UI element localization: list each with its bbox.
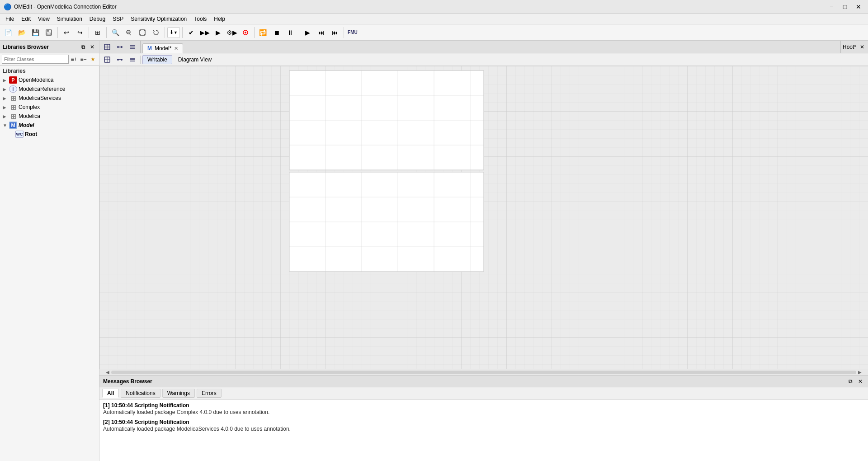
filter-options-button[interactable]: ★ <box>89 55 97 64</box>
menu-simulation[interactable]: Simulation <box>53 15 86 23</box>
instant-sim-button[interactable]: 🔁 <box>257 26 269 39</box>
model-tab[interactable]: M Model* ✕ <box>142 43 183 53</box>
connection-view-toggle[interactable] <box>114 42 126 52</box>
menu-ssp[interactable]: SSP <box>109 15 127 23</box>
toolbar-separator-3 <box>106 27 107 38</box>
tree-item-modelicaservices[interactable]: ▶ ⊞ ModelicaServices <box>0 94 99 103</box>
openmodelica-icon: P <box>9 76 17 84</box>
libraries-browser-title: Libraries Browser <box>3 44 49 50</box>
export-dropdown[interactable]: ⬇▼ <box>167 27 180 38</box>
step-button[interactable]: ⏭ <box>315 26 328 39</box>
list-view-toggle[interactable] <box>127 42 138 52</box>
tree-item-modelicareference[interactable]: ▶ i ModelicaReference <box>0 85 99 94</box>
diagram-view-toggle[interactable] <box>101 42 113 52</box>
libraries-close-button[interactable]: ✕ <box>88 43 96 51</box>
undo-button[interactable]: ↩ <box>60 26 73 39</box>
play-button[interactable]: ▶ <box>302 26 314 39</box>
svg-point-13 <box>121 46 123 48</box>
complex-icon: ⊞ <box>9 103 17 111</box>
simulate-button[interactable]: ▶ <box>212 26 225 39</box>
msg-tab-all[interactable]: All <box>102 389 119 398</box>
redo-button[interactable]: ↪ <box>74 26 86 39</box>
menu-bar: File Edit View Simulation Debug SSP Sens… <box>0 14 868 24</box>
menu-file[interactable]: File <box>2 15 18 23</box>
svg-point-21 <box>117 59 119 61</box>
msg-tab-notifications[interactable]: Notifications <box>121 389 160 398</box>
reset-zoom-button[interactable] <box>150 26 162 39</box>
window-title: OMEdit - OpenModelica Connection Editor <box>14 4 826 10</box>
check-button[interactable]: ✔ <box>185 26 198 39</box>
pause-button[interactable]: ⏸ <box>284 26 297 39</box>
scroll-right-arrow[interactable]: ▶ <box>858 370 862 375</box>
message-2-body: Automatically loaded package ModelicaSer… <box>103 426 864 432</box>
root-tab-label: Root* <box>843 44 856 50</box>
openmodelica-arrow: ▶ <box>3 78 9 83</box>
collapse-all-button[interactable]: ≡− <box>79 55 88 64</box>
model-tab-close[interactable]: ✕ <box>174 46 178 52</box>
libraries-browser-header: Libraries Browser ⧉ ✕ <box>0 41 99 53</box>
model-tab-icon: M <box>147 45 152 52</box>
diagram-canvas[interactable] <box>99 66 868 369</box>
expand-all-button[interactable]: ≡+ <box>70 55 78 64</box>
message-1-title: [1] 10:50:44 Scripting Notification <box>103 402 864 409</box>
scroll-track[interactable] <box>111 371 856 374</box>
open-file-button[interactable]: 📂 <box>15 26 28 39</box>
step-back-button[interactable]: ⏮ <box>329 26 341 39</box>
msg-tab-errors[interactable]: Errors <box>197 389 222 398</box>
messages-dock-button[interactable]: ⧉ <box>846 377 854 386</box>
check-all-button[interactable]: ▶▶ <box>198 26 211 39</box>
diagram-tool-1[interactable] <box>101 55 113 65</box>
menu-help[interactable]: Help <box>210 15 229 23</box>
fit-view-button[interactable] <box>136 26 149 39</box>
zoom-in-button[interactable]: 🔍 <box>109 26 122 39</box>
grid-view-button[interactable]: ⊞ <box>91 26 104 39</box>
main-tabs: M Model* ✕ <box>141 41 840 53</box>
tree-item-openmodelica[interactable]: ▶ P OpenModelica <box>0 75 99 85</box>
menu-tools[interactable]: Tools <box>190 15 210 23</box>
diagram-grid <box>99 66 868 369</box>
root-tab-area: Root* ✕ <box>840 41 868 53</box>
modelicareference-label: ModelicaReference <box>19 86 65 92</box>
filter-classes-input[interactable] <box>2 55 69 64</box>
simulate-options-button[interactable] <box>239 26 252 39</box>
app-icon: 🔵 <box>4 3 11 10</box>
root-tab-close[interactable]: ✕ <box>858 43 866 51</box>
reset-button[interactable]: ⏹ <box>270 26 283 39</box>
messages-header-icons: ⧉ ✕ <box>846 377 864 386</box>
menu-edit[interactable]: Edit <box>18 15 34 23</box>
tree-item-root[interactable]: WC Root <box>0 130 99 139</box>
tree-item-modelica[interactable]: ▶ ⊞ Modelica <box>0 112 99 121</box>
fmu-button[interactable]: FMU <box>346 26 359 39</box>
svg-rect-2 <box>47 33 51 35</box>
simulate-setup-button[interactable]: ⚙▶ <box>226 26 238 39</box>
libraries-dock-button[interactable]: ⧉ <box>79 43 87 51</box>
toolbar-separator-2 <box>89 27 89 38</box>
messages-close-button[interactable]: ✕ <box>856 377 864 386</box>
menu-debug[interactable]: Debug <box>86 15 109 23</box>
message-1-body: Automatically loaded package Complex 4.0… <box>103 409 864 415</box>
menu-view[interactable]: View <box>34 15 53 23</box>
save-button[interactable]: 💾 <box>29 26 42 39</box>
library-tree: Libraries ▶ P OpenModelica ▶ i ModelicaR… <box>0 66 99 461</box>
maximize-button[interactable]: □ <box>839 2 851 11</box>
horizontal-scrollbar[interactable]: ◀ ▶ <box>99 369 868 375</box>
content-area: M Model* ✕ Root* ✕ Writable <box>99 41 868 461</box>
close-button[interactable]: ✕ <box>853 2 864 11</box>
model-label: Model <box>19 122 34 128</box>
tree-item-model[interactable]: ▼ M Model <box>0 121 99 130</box>
msg-tab-warnings[interactable]: Warnings <box>162 389 195 398</box>
main-layout: Libraries Browser ⧉ ✕ ≡+ ≡− ★ Libraries … <box>0 41 868 461</box>
new-file-button[interactable]: 📄 <box>2 26 14 39</box>
zoom-out-button[interactable] <box>123 26 135 39</box>
scroll-left-arrow[interactable]: ◀ <box>106 370 109 375</box>
writable-tab[interactable]: Writable <box>142 55 172 64</box>
tree-item-complex[interactable]: ▶ ⊞ Complex <box>0 103 99 112</box>
diagram-tool-2[interactable] <box>114 55 126 65</box>
diagram-tool-3[interactable] <box>127 55 138 65</box>
messages-panel: Messages Browser ⧉ ✕ All Notifications W… <box>99 375 868 461</box>
minimize-button[interactable]: − <box>826 2 837 11</box>
diagram-view-tab[interactable]: Diagram View <box>173 55 217 64</box>
toolbar-separator-5 <box>182 27 183 38</box>
save-all-button[interactable] <box>42 26 55 39</box>
menu-sensitivity[interactable]: Sensitivity Optimization <box>127 15 190 23</box>
